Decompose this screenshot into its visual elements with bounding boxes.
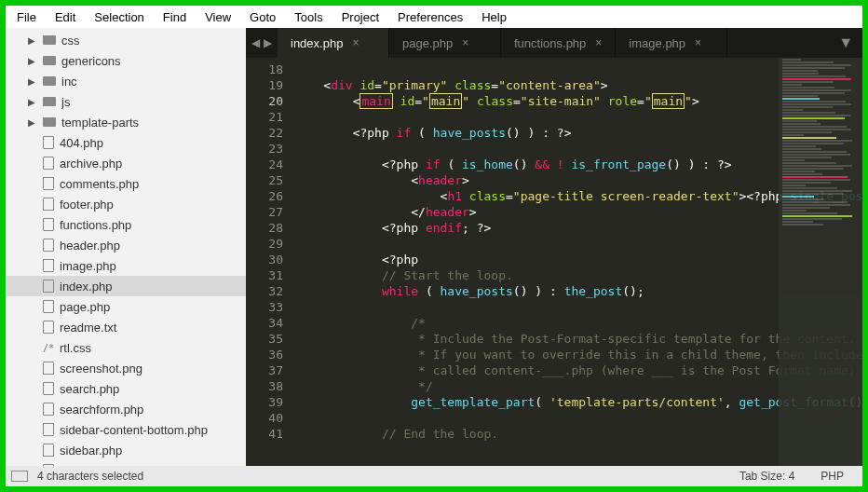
menu-goto[interactable]: Goto: [240, 7, 285, 27]
status-panel-icon[interactable]: [11, 471, 28, 482]
code-line[interactable]: <header>: [291, 172, 862, 188]
menu-view[interactable]: View: [196, 7, 240, 27]
file-header-php[interactable]: header.php: [6, 235, 246, 255]
code-line[interactable]: [291, 141, 862, 157]
code-line[interactable]: while ( have_posts() ) : the_post();: [291, 283, 862, 299]
menu-file[interactable]: File: [7, 7, 46, 27]
menu-find[interactable]: Find: [154, 7, 196, 27]
file-screenshot-png[interactable]: screenshot.png: [6, 358, 246, 378]
folder-icon: [43, 56, 56, 65]
code-line[interactable]: </header>: [291, 204, 862, 220]
file-functions-php[interactable]: functions.php: [6, 214, 246, 235]
file-icon: [43, 362, 54, 375]
code-line[interactable]: [291, 109, 862, 125]
file-footer-php[interactable]: footer.php: [6, 194, 246, 214]
file-icon: [43, 403, 54, 416]
folder-genericons[interactable]: ▶genericons: [6, 50, 246, 71]
line-number: 28: [250, 220, 283, 236]
code-line[interactable]: * If you want to override this in a chil…: [291, 347, 862, 362]
code-line[interactable]: <?php if ( is_home() && ! is_front_page(…: [291, 157, 862, 172]
code-line[interactable]: <?php: [291, 252, 862, 267]
disclosure-icon[interactable]: ▶: [28, 56, 37, 66]
line-number: 41: [250, 426, 283, 442]
file-page-php[interactable]: page.php: [6, 296, 246, 317]
folder-js[interactable]: ▶js: [6, 91, 246, 112]
disclosure-icon[interactable]: ▶: [28, 117, 37, 128]
editor-area: ◀ ▶ index.php×page.php×functions.php×ima…: [246, 28, 862, 466]
close-icon[interactable]: ×: [595, 36, 602, 49]
tree-item-label: inc: [61, 75, 246, 89]
minimap[interactable]: [779, 58, 862, 466]
close-icon[interactable]: ×: [462, 36, 468, 49]
code-line[interactable]: <main id="main" class="site-main" role="…: [291, 93, 862, 109]
line-number: 25: [250, 172, 283, 188]
tab-nav[interactable]: ◀ ▶: [246, 28, 278, 58]
code-line[interactable]: /*: [291, 315, 862, 331]
code-line[interactable]: [291, 236, 862, 252]
line-number: 32: [250, 283, 283, 299]
file-sidebar[interactable]: ▶css▶genericons▶inc▶js▶template-parts404…: [6, 28, 246, 466]
file-404-php[interactable]: 404.php: [6, 132, 246, 153]
menu-tools[interactable]: Tools: [285, 7, 332, 27]
tab-functions-php[interactable]: functions.php×: [501, 28, 616, 58]
file-icon: [43, 464, 54, 466]
folder-template-parts[interactable]: ▶template-parts: [6, 112, 246, 132]
code-line[interactable]: * Include the Post-Format-specific templ…: [291, 331, 862, 347]
code-line[interactable]: <?php if ( have_posts() ) : ?>: [291, 125, 862, 141]
folder-css[interactable]: ▶css: [6, 30, 246, 50]
file-archive-php[interactable]: archive.php: [6, 153, 246, 173]
code-line[interactable]: [291, 299, 862, 315]
tree-item-label: functions.php: [60, 218, 246, 232]
file-icon: [43, 198, 54, 211]
code-line[interactable]: <?php endif; ?>: [291, 220, 862, 236]
code-line[interactable]: */: [291, 378, 862, 394]
menu-project[interactable]: Project: [332, 7, 388, 27]
file-icon: [43, 300, 54, 313]
tab-label: functions.php: [514, 36, 586, 50]
tab-menu-icon[interactable]: ▼: [829, 28, 862, 58]
close-icon[interactable]: ×: [695, 36, 701, 49]
code-line[interactable]: [291, 410, 862, 426]
file-searchform-php[interactable]: searchform.php: [6, 399, 246, 419]
menu-edit[interactable]: Edit: [46, 7, 85, 27]
tab-index-php[interactable]: index.php×: [278, 28, 389, 58]
menu-bar: FileEditSelectionFindViewGotoToolsProjec…: [6, 6, 862, 28]
status-lang[interactable]: PHP: [807, 470, 857, 483]
code-line[interactable]: [291, 62, 862, 77]
code-line[interactable]: // Start the loop.: [291, 267, 862, 283]
code-editor[interactable]: <div id="primary" class="content-area"> …: [291, 58, 862, 466]
file-index-php[interactable]: index.php: [6, 276, 246, 296]
file-sidebar-php[interactable]: sidebar.php: [6, 440, 246, 460]
menu-help[interactable]: Help: [472, 7, 516, 27]
file-sidebar-content-bottom-php[interactable]: sidebar-content-bottom.php: [6, 419, 246, 440]
line-number: 23: [250, 141, 283, 157]
tab-page-php[interactable]: page.php×: [389, 28, 501, 58]
line-number: 38: [250, 378, 283, 394]
tree-item-label: archive.php: [60, 157, 246, 171]
file-rtl-css[interactable]: /*rtl.css: [6, 337, 246, 358]
line-number: 21: [250, 109, 283, 125]
code-line[interactable]: <div id="primary" class="content-area">: [291, 77, 862, 93]
menu-selection[interactable]: Selection: [85, 7, 153, 27]
menu-preferences[interactable]: Preferences: [388, 7, 472, 27]
close-icon[interactable]: ×: [352, 36, 359, 49]
tab-next-icon[interactable]: ▶: [264, 36, 272, 49]
folder-inc[interactable]: ▶inc: [6, 71, 246, 91]
tree-item-label: readme.txt: [60, 321, 246, 335]
status-tabsize[interactable]: Tab Size: 4: [726, 470, 807, 483]
code-line[interactable]: <h1 class="page-title screen-reader-text…: [291, 188, 862, 204]
tab-label: image.php: [629, 36, 685, 50]
code-line[interactable]: * called content-___.php (where ___ is t…: [291, 362, 862, 378]
disclosure-icon[interactable]: ▶: [28, 97, 37, 107]
tree-item-label: js: [61, 95, 246, 109]
tab-image-php[interactable]: image.php×: [616, 28, 727, 58]
disclosure-icon[interactable]: ▶: [28, 35, 37, 46]
code-line[interactable]: // End the loop.: [291, 426, 862, 442]
code-line[interactable]: get_template_part( 'template-parts/conte…: [291, 394, 862, 410]
file-image-php[interactable]: image.php: [6, 255, 246, 276]
file-search-php[interactable]: search.php: [6, 378, 246, 399]
disclosure-icon[interactable]: ▶: [28, 76, 37, 87]
file-comments-php[interactable]: comments.php: [6, 173, 246, 194]
file-readme-txt[interactable]: readme.txt: [6, 317, 246, 337]
tab-prev-icon[interactable]: ◀: [251, 36, 260, 49]
